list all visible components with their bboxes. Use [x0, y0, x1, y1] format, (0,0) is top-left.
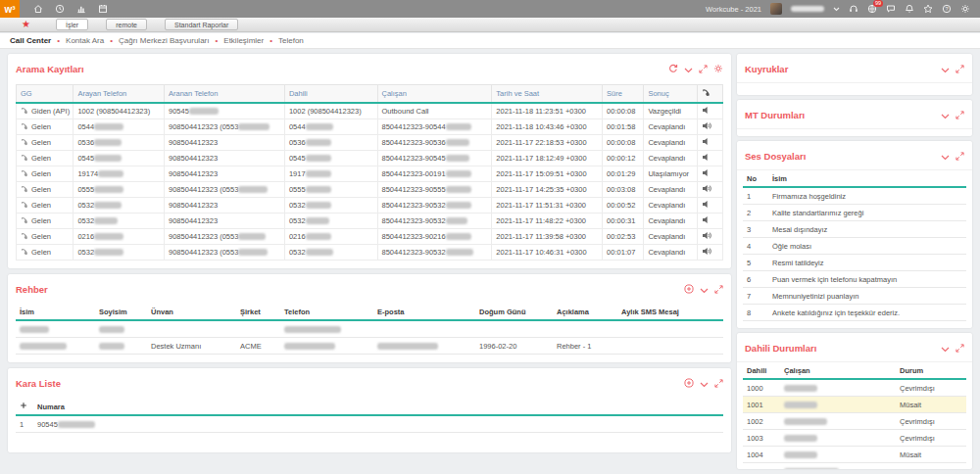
refresh-icon[interactable] [668, 60, 678, 77]
table-row[interactable]: 7Memnuniyetinizi puanlayın [743, 288, 966, 305]
collapse-chevron-icon[interactable] [684, 60, 693, 77]
column-header[interactable]: Aylık SMS Mesaj [617, 305, 723, 320]
table-row[interactable]: 3Mesai dışındayız [743, 221, 966, 238]
collapse-chevron-icon[interactable] [941, 106, 950, 123]
column-header[interactable] [16, 399, 33, 415]
table-row[interactable]: Giden (API)1002 (908504412323)905451002 … [17, 103, 723, 119]
column-header[interactable]: Telefon [280, 305, 373, 320]
breadcrumb-root[interactable]: Call Center [10, 36, 51, 45]
column-header[interactable]: Soyisim [95, 305, 147, 320]
calendar-icon[interactable] [98, 4, 108, 14]
add-icon[interactable] [684, 374, 694, 392]
table-row[interactable]: Gelen054590850441232305458504412323-9054… [17, 151, 723, 166]
tab-isler[interactable]: İşler [56, 19, 88, 30]
headset-icon[interactable] [849, 4, 858, 14]
breadcrumb-item-telefon[interactable]: Telefon [278, 36, 304, 45]
expand-icon[interactable] [956, 60, 964, 77]
table-row[interactable]: Gelen0216908504412323 (05530216850441232… [17, 229, 723, 245]
tab-remote[interactable]: remote [106, 19, 147, 30]
table-row[interactable]: 6Puan vermek için telefonu kapatmayın [743, 271, 966, 288]
help-icon[interactable]: ? [942, 4, 952, 14]
tab-standart-raporlar[interactable]: Standart Raporlar [165, 19, 238, 30]
table-row[interactable]: 1002Çevrimdışı [743, 413, 966, 430]
bell-icon[interactable] [905, 4, 914, 14]
collapse-chevron-icon[interactable] [700, 374, 709, 392]
column-header[interactable]: İsim [16, 305, 95, 320]
expand-icon[interactable] [714, 374, 723, 392]
column-header[interactable]: E-posta [373, 305, 475, 320]
star-icon[interactable] [923, 4, 933, 14]
avatar[interactable] [770, 3, 782, 15]
table-row[interactable]: Gelen1917490850441232319178504412323-001… [17, 166, 723, 182]
column-header[interactable]: Süre [603, 85, 644, 104]
collapse-chevron-icon[interactable] [941, 60, 950, 77]
column-header[interactable]: Numara [33, 399, 723, 415]
gear-icon[interactable] [960, 4, 970, 14]
redacted-text [94, 249, 123, 256]
breadcrumb-item-etkilesimler[interactable]: Etkileşimler [223, 36, 264, 45]
column-header[interactable]: Aranan Telefon [165, 85, 285, 104]
table-cell [697, 245, 722, 261]
column-header[interactable]: No [743, 171, 768, 187]
table-row[interactable]: Gelen0532908504412323 (05530532850441232… [17, 245, 723, 261]
add-icon[interactable] [684, 280, 694, 298]
window-title: Workcube - 2021 [706, 5, 761, 14]
expand-icon[interactable] [714, 280, 723, 298]
column-header[interactable]: Açıklama [553, 305, 617, 320]
expand-icon[interactable] [956, 339, 964, 356]
collapse-chevron-icon[interactable] [941, 339, 950, 356]
home-icon[interactable] [33, 4, 43, 14]
table-row[interactable]: Gelen053690850441232305368504412323-9053… [17, 135, 723, 151]
expand-icon[interactable] [956, 147, 964, 165]
column-header[interactable]: Durum [896, 363, 966, 379]
table-row[interactable] [16, 320, 723, 338]
collapse-chevron-icon[interactable] [941, 147, 950, 165]
table-row[interactable]: 1003Çevrimdışı [743, 430, 966, 447]
expand-icon[interactable] [699, 60, 708, 77]
column-header[interactable]: Çalışan [377, 85, 492, 104]
svg-text:?: ? [945, 6, 948, 12]
column-header[interactable]: Tarih ve Saat [492, 85, 603, 104]
column-header[interactable]: Dahili [743, 363, 780, 379]
table-row[interactable]: Gelen053290850441232305328504412323-9053… [17, 213, 723, 229]
column-header[interactable]: GG [17, 85, 74, 104]
redacted-text [784, 418, 827, 425]
table-row[interactable]: 1004Müsait [743, 447, 966, 463]
table-row[interactable]: 1000Çevrimdışı [743, 379, 966, 397]
favorites-star-icon[interactable]: ★ [22, 20, 30, 29]
workcube-logo[interactable]: w³ [0, 0, 20, 18]
column-header[interactable]: Dahili [284, 85, 377, 104]
breadcrumb-item-cagri-merkezi[interactable]: Çağrı Merkezi Başvuruları [119, 36, 209, 45]
column-header[interactable] [697, 85, 722, 104]
table-row[interactable]: 190545 [16, 415, 723, 433]
globe-icon[interactable]: 99 [867, 4, 877, 14]
table-row[interactable]: Gelen053290850441232305328504412323-9053… [17, 198, 723, 213]
table-row[interactable]: 1005Çevrimdışı [743, 463, 966, 470]
table-row[interactable]: 2Kalite standartlarımız gereği [743, 205, 966, 221]
column-header[interactable]: Doğum Günü [475, 305, 553, 320]
notification-badge: 99 [873, 0, 883, 7]
clock-icon[interactable] [55, 4, 65, 14]
table-row[interactable]: 1001Müsait [743, 397, 966, 413]
chat-icon[interactable] [886, 4, 896, 14]
column-header[interactable]: İsim [768, 171, 966, 187]
table-row[interactable]: 8Ankete katıldığınız için teşekkür ederi… [743, 305, 966, 321]
column-header[interactable]: Ünvan [147, 305, 236, 320]
table-row[interactable]: Gelen0555908504412323 (05530555850441232… [17, 182, 723, 198]
table-row[interactable]: 5Resmi tatildeyiz [743, 255, 966, 271]
table-row[interactable]: Destek UzmanıACME1996-02-20Rehber - 1 [16, 338, 723, 355]
expand-icon[interactable] [956, 106, 964, 123]
column-header[interactable]: Arayan Telefon [74, 85, 165, 104]
column-header[interactable]: Çalışan [780, 363, 896, 379]
table-row[interactable]: Gelen0544908504412323 (05530544850441232… [17, 119, 723, 135]
table-cell: 2021-11-17 11:39:58 +0300 [492, 229, 603, 245]
table-row[interactable]: 4Öğle molası [743, 238, 966, 255]
settings-gear-icon[interactable] [713, 60, 723, 77]
chevron-down-icon[interactable] [833, 7, 840, 12]
breadcrumb-item-kontak-ara[interactable]: Kontak Ara [66, 36, 104, 45]
column-header[interactable]: Şirket [236, 305, 280, 320]
table-row[interactable]: 1Firmamıza hoşgeldiniz [743, 187, 966, 205]
chart-icon[interactable] [76, 4, 86, 14]
column-header[interactable]: Sonuç [644, 85, 697, 104]
collapse-chevron-icon[interactable] [700, 280, 709, 298]
